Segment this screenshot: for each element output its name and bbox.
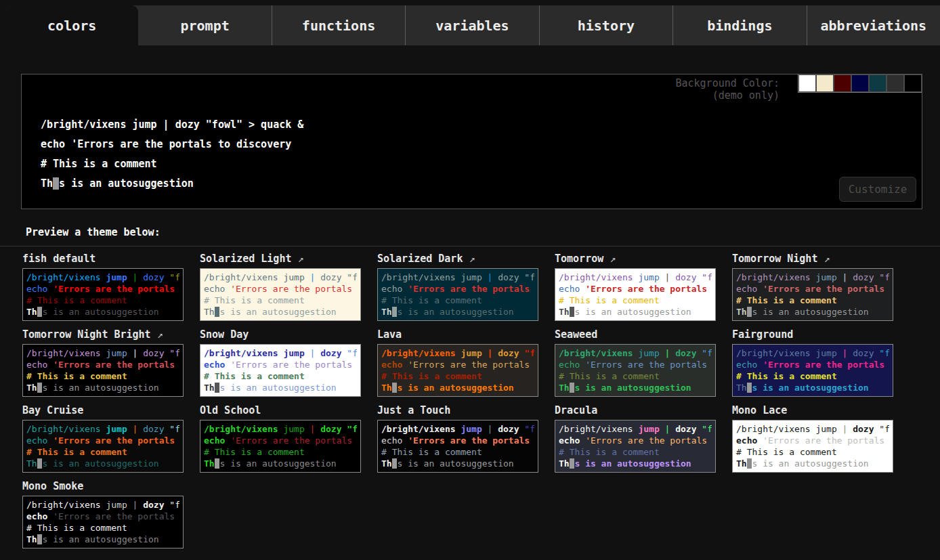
theme-sample[interactable]: /bright/vixens jump | dozy "fowl" > quac…: [555, 420, 716, 473]
theme-sample[interactable]: /bright/vixens jump | dozy "fowl" > quac…: [22, 420, 184, 473]
token-path: /bright/vixens: [559, 272, 633, 282]
theme-title[interactable]: Just a Touch: [377, 404, 538, 416]
token-error: 'Errors are the portals to discovery: [408, 284, 534, 294]
token-quote: "fowl" > quack &: [702, 272, 712, 282]
tab-prompt[interactable]: prompt: [138, 5, 271, 45]
sample-line-autosuggestion: This is an autosuggestion: [26, 306, 179, 318]
token-pipe: |: [310, 424, 316, 434]
sample-line-comment: # This is a comment: [559, 446, 712, 458]
theme-title[interactable]: Lava: [377, 328, 538, 341]
token-pipe: |: [133, 348, 138, 358]
tab-abbreviations[interactable]: abbreviations: [807, 5, 940, 45]
theme-card: Tomorrow ↗/bright/vixens jump | dozy "fo…: [555, 253, 716, 321]
background-color-swatch[interactable]: [904, 74, 922, 92]
tab-colors[interactable]: colors: [5, 5, 138, 45]
sample-line-command: /bright/vixens jump | dozy "fowl" > quac…: [26, 272, 179, 283]
theme-sample[interactable]: /bright/vixens jump | dozy "fowl" > quac…: [732, 268, 893, 321]
theme-card: Just a Touch/bright/vixens jump | dozy "…: [377, 404, 538, 473]
theme-title[interactable]: Mono Smoke: [22, 480, 184, 492]
sample-line-error: echo 'Errors are the portals to discover…: [736, 283, 889, 295]
token-comment: # This is a comment: [204, 295, 305, 305]
background-color-swatch[interactable]: [834, 74, 851, 92]
theme-card: fish default/bright/vixens jump | dozy "…: [22, 253, 184, 321]
background-color-swatch[interactable]: [851, 74, 869, 92]
theme-sample[interactable]: /bright/vixens jump | dozy "fowl" > quac…: [377, 420, 538, 473]
token-command: dozy: [853, 348, 874, 358]
token-pipe: |: [665, 272, 670, 282]
external-link-icon[interactable]: ↗: [291, 253, 303, 265]
theme-sample[interactable]: /bright/vixens jump | dozy "fowl" > quac…: [22, 496, 184, 548]
token-comment: # This is a comment: [26, 295, 127, 305]
theme-sample[interactable]: /bright/vixens jump | dozy "fowl" > quac…: [377, 344, 538, 397]
token-path: /bright/vixens: [559, 424, 633, 434]
token-command: echo: [381, 284, 402, 294]
token-error: 'Errors are the portals to discovery: [408, 435, 534, 446]
tab-functions[interactable]: functions: [272, 5, 405, 45]
theme-sample[interactable]: /bright/vixens jump | dozy "fowl" > quac…: [732, 344, 893, 397]
background-color-swatch[interactable]: [816, 74, 834, 92]
terminal-sample-text: /bright/vixens jump | dozy "fowl" > quac…: [22, 74, 922, 194]
theme-sample[interactable]: /bright/vixens jump | dozy "fowl" > quac…: [555, 268, 716, 321]
background-color-swatch[interactable]: [869, 74, 886, 92]
theme-title[interactable]: Tomorrow Night ↗: [732, 253, 893, 265]
theme-sample[interactable]: /bright/vixens jump | dozy "fowl" > quac…: [200, 268, 361, 321]
token-path: /bright/vixens: [736, 424, 811, 434]
customize-button[interactable]: Customize: [839, 177, 916, 202]
token-command: jump: [283, 348, 304, 358]
token-command: jump: [283, 272, 304, 282]
sample-line-comment: # This is a comment: [381, 370, 534, 382]
sample-line-command: /bright/vixens jump | dozy "fowl" > quac…: [559, 347, 712, 359]
sample-line-autosuggestion: This is an autosuggestion: [736, 458, 889, 469]
token-error: 'Errors are the portals to discovery: [53, 435, 179, 446]
external-link-icon[interactable]: ↗: [817, 253, 830, 265]
theme-title[interactable]: Tomorrow ↗: [555, 253, 716, 265]
theme-sample[interactable]: /bright/vixens jump | dozy "fowl" > quac…: [22, 344, 184, 397]
external-link-icon[interactable]: ↗: [151, 328, 163, 341]
token-error: 'Errors are the portals to discovery: [585, 360, 712, 370]
background-color-swatch[interactable]: [798, 74, 816, 92]
terminal-preview: Background Color: (demo only) /bright/vi…: [21, 74, 922, 209]
theme-title[interactable]: Old School: [200, 404, 361, 416]
theme-sample[interactable]: /bright/vixens jump | dozy "fowl" > quac…: [200, 420, 361, 473]
sample-line-error: echo 'Errors are the portals to discover…: [381, 283, 534, 295]
token-pipe: |: [665, 424, 670, 434]
theme-title[interactable]: Snow Day: [200, 328, 361, 341]
theme-sample[interactable]: /bright/vixens jump | dozy "fowl" > quac…: [555, 344, 716, 397]
tab-bindings[interactable]: bindings: [672, 5, 806, 45]
external-link-icon[interactable]: ↗: [463, 253, 475, 265]
theme-title[interactable]: Mono Lace: [732, 404, 893, 416]
token-autosuggestion: s is an autosuggestion: [574, 458, 691, 469]
token-command: echo: [559, 284, 580, 294]
themes-heading: Preview a theme below:: [26, 226, 940, 238]
theme-title[interactable]: Tomorrow Night Bright ↗: [22, 328, 184, 341]
theme-title[interactable]: Bay Cruise: [22, 404, 184, 416]
external-link-icon[interactable]: ↗: [603, 253, 616, 265]
theme-title[interactable]: Fairground: [732, 328, 893, 341]
token-command: jump: [815, 424, 836, 434]
token-command: echo: [204, 435, 225, 446]
theme-title[interactable]: fish default: [22, 253, 184, 265]
background-swatches: [798, 74, 922, 93]
theme-sample[interactable]: /bright/vixens jump | dozy "fowl" > quac…: [377, 268, 538, 321]
theme-sample[interactable]: /bright/vixens jump | dozy "fowl" > quac…: [732, 420, 893, 473]
theme-sample[interactable]: /bright/vixens jump | dozy "fowl" > quac…: [22, 268, 184, 321]
theme-card: Tomorrow Night Bright ↗/bright/vixens ju…: [22, 328, 184, 397]
theme-sample[interactable]: /bright/vixens jump | dozy "fowl" > quac…: [200, 344, 361, 397]
theme-title[interactable]: Solarized Dark ↗: [377, 253, 538, 265]
token-command: dozy: [320, 272, 341, 282]
token-quote: "fowl" > quack &: [169, 424, 179, 434]
token-command: echo: [26, 284, 47, 294]
token-path: /bright/vixens: [204, 272, 278, 282]
token-comment: # This is a comment: [204, 371, 305, 381]
tab-variables[interactable]: variables: [405, 5, 538, 45]
token-command: jump: [461, 272, 482, 282]
token-pipe: |: [133, 424, 138, 434]
background-color-swatch[interactable]: [886, 74, 904, 92]
theme-title[interactable]: Seaweed: [555, 328, 716, 341]
sample-line-error: echo 'Errors are the portals to discover…: [204, 359, 357, 370]
theme-card: Seaweed/bright/vixens jump | dozy "fowl"…: [555, 328, 716, 397]
tab-history[interactable]: history: [539, 5, 672, 45]
theme-title[interactable]: Dracula: [555, 404, 716, 416]
sample-line-error: echo 'Errors are the portals to discover…: [204, 283, 357, 295]
theme-title[interactable]: Solarized Light ↗: [200, 253, 361, 265]
